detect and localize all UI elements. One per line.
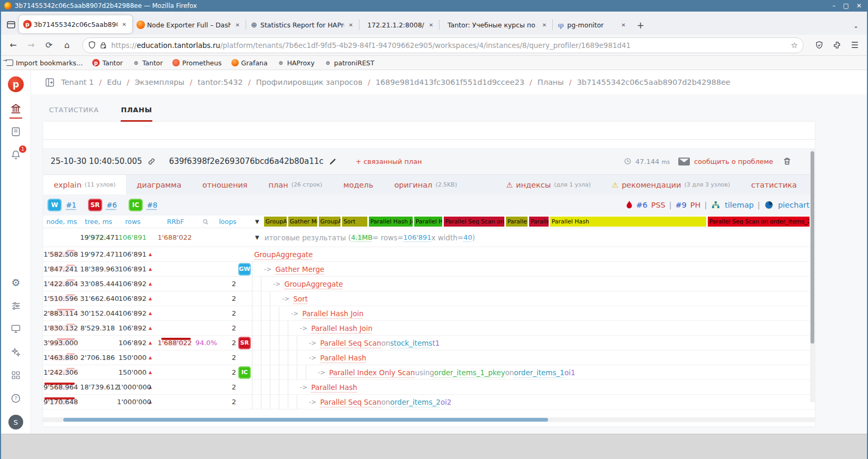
sidebar-item-assistant[interactable] <box>9 345 23 359</box>
plan-node[interactable]: GroupAggregate <box>252 247 815 261</box>
subtab-индексы[interactable]: ⚠индексы(для 1 узла) <box>496 175 602 194</box>
breadcrumb-item[interactable]: Планы <box>538 78 564 86</box>
bookmark-item[interactable]: ⊕patroniREST <box>324 59 375 67</box>
sidebar-toggle-icon[interactable] <box>45 77 55 87</box>
plan-row[interactable]: 1'830.1328'529.318106'892▲2->Parallel Ha… <box>43 321 815 336</box>
back-button[interactable]: ← <box>5 38 21 53</box>
sidebar-item-apps[interactable] <box>9 368 23 382</box>
node-type-badge[interactable]: W <box>47 199 62 211</box>
breadcrumb-item[interactable]: Экземпляры <box>134 78 184 86</box>
breadcrumb-item[interactable]: 3b71455342c06c5aab8907d2b42988ee <box>577 78 730 86</box>
lock-warning-icon[interactable] <box>100 42 107 49</box>
minimap-cell[interactable]: Sort <box>342 217 367 227</box>
tab-close-button[interactable]: ✕ <box>347 21 355 29</box>
plan-row[interactable]: 9'170.6481'000'000▲2->Parallel Seq Scan … <box>43 395 815 409</box>
bookmark-item[interactable]: Import bookmarks… <box>6 59 83 67</box>
vertical-scrollbar[interactable] <box>810 149 815 402</box>
node-type-badge[interactable]: GW <box>238 263 251 276</box>
list-all-tabs-button[interactable]: ⌄ <box>853 22 865 35</box>
subtab-план[interactable]: план(26 строк) <box>258 175 333 194</box>
edit-pencil-icon[interactable] <box>329 158 337 165</box>
breadcrumb-item[interactable]: Tenant 1 <box>61 78 94 86</box>
browser-tab[interactable]: φpg-monitor✕ <box>552 15 631 35</box>
url-bar[interactable]: https://education.tantorlabs.ru/platform… <box>82 37 804 53</box>
close-button[interactable]: ✕ <box>856 2 862 9</box>
plan-node[interactable]: ->Sort <box>252 291 815 306</box>
node-ref-link[interactable]: #6 <box>106 201 117 209</box>
sidebar-item-docs[interactable] <box>9 125 23 139</box>
minimap-cell[interactable]: Gather Me <box>288 217 317 227</box>
sidebar-item-workspaces[interactable] <box>9 102 23 115</box>
sidebar-item-help[interactable]: ? <box>9 392 23 405</box>
subtab-отношения[interactable]: отношения <box>192 175 258 194</box>
user-avatar[interactable]: S <box>8 415 23 429</box>
extensions-icon[interactable] <box>829 38 845 53</box>
node-ref-link[interactable]: #8 <box>147 201 158 209</box>
tab-close-button[interactable]: ✕ <box>541 21 548 29</box>
reload-button[interactable]: ⟳ <box>41 38 57 53</box>
subtab-диаграмма[interactable]: диаграмма <box>126 175 192 194</box>
node-type-badge[interactable]: IC <box>238 366 251 379</box>
node-ref-link[interactable]: #1 <box>66 201 76 209</box>
bookmark-item[interactable]: ⊕HAProxy <box>277 59 315 67</box>
browser-tab[interactable]: ⊕Statistics Report for HAPro✕ <box>246 15 359 35</box>
breadcrumb-item[interactable]: tantor:5432 <box>198 78 243 86</box>
bookmark-item[interactable]: Grafana <box>231 59 268 67</box>
sidebar-item-console[interactable] <box>9 322 23 336</box>
browser-tab[interactable]: Node Exporter Full – Dash✕ <box>132 15 246 35</box>
report-problem-link[interactable]: сообщить о проблеме <box>694 158 773 165</box>
node-type-badge[interactable]: IC <box>129 199 143 211</box>
subtab-оригинал[interactable]: оригинал(2.5KB) <box>384 175 467 194</box>
plan-row[interactable]: 19'972.471106'8911'688'022▼итоговые резу… <box>43 228 815 247</box>
hot-node-ref[interactable]: #9 <box>675 201 686 209</box>
minimap-cell[interactable]: Parallel <box>506 217 528 227</box>
piechart-link[interactable]: piechart <box>778 201 810 209</box>
plan-node[interactable]: ▼итоговые результаты (4.1MB = rows=106'8… <box>252 228 815 247</box>
column-header-loops[interactable]: loops <box>217 218 238 226</box>
plan-row[interactable]: 1'847.24118'389.963106'891▲GW->Gather Me… <box>43 262 815 277</box>
home-button[interactable]: ⌂ <box>59 38 75 53</box>
minimap-cell[interactable]: Parallel Seq Scan on stoc <box>444 217 504 227</box>
plan-node[interactable]: ->Gather Merge <box>252 262 815 276</box>
tilemap-link[interactable]: tilemap <box>725 201 754 209</box>
minimap-cell[interactable]: Parallel Hash <box>550 217 706 227</box>
tab-close-button[interactable]: ✕ <box>121 21 128 28</box>
collapse-chevron-icon[interactable]: ▼ <box>255 235 259 240</box>
subtab-статистика[interactable]: статистика <box>740 175 807 194</box>
plan-node[interactable]: ->Parallel Seq Scan on order_items_2 oi2 <box>252 395 815 409</box>
subtab-рекомендации[interactable]: ⚠рекомендации(3 для 3 узлов) <box>601 175 740 194</box>
tab-close-button[interactable]: ✕ <box>427 21 435 29</box>
plan-node[interactable]: ->Parallel Hash <box>252 350 815 365</box>
minimap-cell[interactable]: Paralle <box>529 217 549 227</box>
breadcrumb-item[interactable]: Профилировщик запросов <box>256 78 363 86</box>
plan-row[interactable]: 1'422.80433'085.444106'892▲2->GroupAggre… <box>43 277 815 291</box>
search-icon[interactable] <box>194 219 217 225</box>
tab-close-button[interactable]: ✕ <box>234 21 241 29</box>
minimap-cell[interactable]: Parallel Ha <box>414 217 442 227</box>
tab-statistics[interactable]: СТАТИСТИКА <box>49 106 99 122</box>
firefox-view-button[interactable] <box>3 16 19 34</box>
tab-plans[interactable]: ПЛАНЫ <box>121 106 152 122</box>
node-type-badge[interactable]: SR <box>238 337 251 349</box>
sidebar-item-settings[interactable]: ⚙ <box>9 276 23 289</box>
hot-node-ref[interactable]: #6 <box>636 201 647 209</box>
browser-tab[interactable]: 172.21.1.2:8008/✕ <box>359 15 439 35</box>
breadcrumb-item[interactable]: Edu <box>107 78 122 86</box>
new-tab-button[interactable]: + <box>631 20 649 35</box>
menu-button[interactable]: ☰ <box>847 38 863 53</box>
subtab-explain[interactable]: explain(11 узлов) <box>43 175 126 194</box>
tracking-shield-icon[interactable] <box>811 38 827 53</box>
plan-node[interactable]: ->GroupAggregate <box>252 277 815 291</box>
bookmark-item[interactable]: Prometheus <box>172 59 222 67</box>
column-header-node[interactable]: node, ms <box>43 218 80 226</box>
node-type-badge[interactable]: SR <box>88 199 102 211</box>
bookmark-item[interactable]: ⊕Tantor <box>132 59 163 67</box>
subtab-модель[interactable]: модель <box>333 175 384 194</box>
shield-permissions-icon[interactable] <box>88 41 96 49</box>
delete-trash-icon[interactable] <box>783 157 792 166</box>
tantor-logo[interactable]: p <box>8 76 24 92</box>
bookmark-star-icon[interactable]: ☆ <box>791 41 798 50</box>
plan-row[interactable]: 1'242.306150'000▲2IC->Parallel Index Onl… <box>43 365 815 380</box>
plan-row[interactable]: 9'568.96418'739.6121'000'000▲2->Parallel… <box>43 380 815 395</box>
browser-tab[interactable]: p3b71455342c06c5aab890✕ <box>19 15 132 33</box>
